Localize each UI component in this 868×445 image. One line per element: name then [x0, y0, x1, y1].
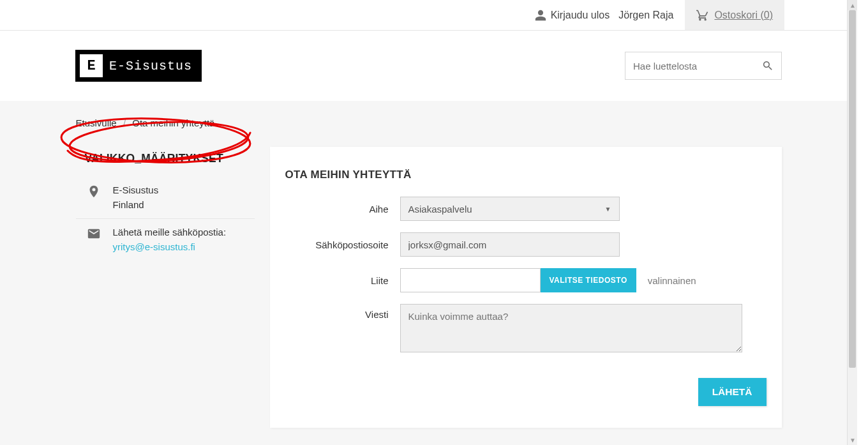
- submit-button[interactable]: LÄHETÄ: [698, 378, 767, 406]
- window-scrollbar[interactable]: ▲ ▼: [847, 0, 857, 445]
- logout-label: Kirjaudu ulos: [551, 10, 610, 21]
- logout-link[interactable]: Kirjaudu ulos: [534, 9, 610, 22]
- label-email: Sähköpostiosoite: [285, 239, 400, 250]
- cart-icon: [696, 9, 709, 22]
- user-nav-bar: Kirjaudu ulos Jörgen Raja Ostoskori (0): [0, 0, 857, 31]
- label-subject: Aihe: [285, 204, 400, 215]
- breadcrumb: Etusivulle / Ota meihin yhteyttä: [76, 117, 215, 128]
- subject-select[interactable]: Asiakaspalvelu ▼: [400, 197, 620, 221]
- company-name: E-Sisustus: [113, 183, 159, 198]
- label-attachment: Liite: [285, 275, 400, 286]
- form-heading: OTA MEIHIN YHTEYTTÄ: [285, 169, 767, 197]
- account-link[interactable]: Jörgen Raja: [618, 10, 673, 21]
- search-icon: [762, 60, 774, 72]
- breadcrumb-separator: /: [119, 117, 130, 128]
- scroll-down-arrow[interactable]: ▼: [848, 435, 857, 445]
- logo[interactable]: E E-Sisustus: [75, 50, 202, 82]
- cart-label: Ostoskori (0): [714, 10, 773, 21]
- file-hint: valinnainen: [636, 275, 696, 286]
- file-choose-button[interactable]: VALITSE TIEDOSTO: [541, 268, 636, 292]
- logo-mark: E: [80, 54, 103, 77]
- company-email[interactable]: yritys@e-sisustus.fi: [113, 241, 195, 252]
- cart-link[interactable]: Ostoskori (0): [685, 0, 784, 30]
- catalog-search[interactable]: [625, 52, 782, 80]
- message-textarea[interactable]: [400, 304, 742, 352]
- email-block: Lähetä meille sähköpostia: yritys@e-sisu…: [76, 219, 255, 260]
- person-icon: [534, 9, 547, 22]
- company-country: Finland: [113, 198, 159, 213]
- scroll-thumb[interactable]: [849, 10, 856, 368]
- email-prompt: Lähetä meille sähköpostia:: [113, 225, 227, 240]
- breadcrumb-home[interactable]: Etusivulle: [76, 117, 117, 128]
- brand-name: E-Sisustus: [109, 59, 192, 73]
- scroll-up-arrow[interactable]: ▲: [848, 0, 857, 10]
- file-name-box: [400, 268, 541, 292]
- email-input[interactable]: [400, 232, 620, 257]
- address-block: E-Sisustus Finland: [76, 177, 255, 219]
- page-header: E E-Sisustus: [0, 31, 857, 101]
- breadcrumb-current: Ota meihin yhteyttä: [132, 117, 214, 128]
- label-message: Viesti: [285, 304, 400, 320]
- sidebar-title: VALIKKO_MÄÄRITYKSET: [76, 147, 255, 177]
- caret-down-icon: ▼: [605, 206, 611, 213]
- subject-value: Asiakaspalvelu: [408, 204, 472, 215]
- account-label: Jörgen Raja: [618, 10, 673, 21]
- contact-sidebar: VALIKKO_MÄÄRITYKSET E-Sisustus Finland: [76, 117, 255, 428]
- location-icon: [85, 183, 103, 212]
- email-icon: [85, 225, 103, 254]
- search-input[interactable]: [633, 61, 762, 72]
- contact-form-card: OTA MEIHIN YHTEYTTÄ Aihe Asiakaspalvelu …: [270, 147, 782, 428]
